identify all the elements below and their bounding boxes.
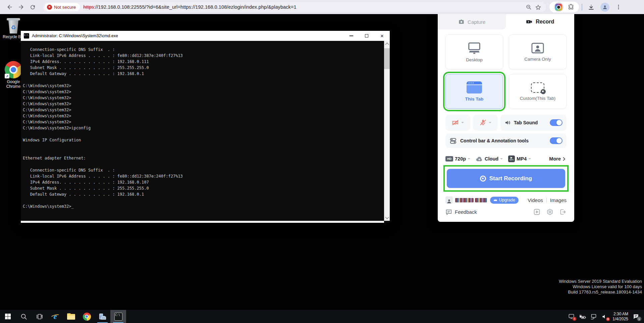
cmd-scrollbar[interactable]	[384, 41, 390, 221]
taskbar-search-button[interactable]	[16, 310, 32, 323]
quality-value: 720p	[455, 156, 466, 162]
links-divider	[546, 197, 547, 203]
scrollbar-thumb[interactable]	[384, 48, 390, 69]
extensions-area	[549, 2, 579, 12]
storage-dropdown[interactable]: Cloud	[476, 156, 503, 162]
camera-icon	[458, 19, 465, 25]
taskbar-internet-explorer[interactable]: e	[47, 310, 63, 323]
screen-recorder-extension-button[interactable]	[554, 2, 564, 12]
format-dropdown[interactable]: ▶MP4 MP4	[508, 155, 531, 162]
mode-card-custom-this-tab[interactable]: Custom(This Tab)	[509, 74, 567, 109]
cmd-horizontal-scrollbar[interactable]	[21, 221, 384, 223]
upgrade-label: Upgrade	[499, 198, 515, 202]
videos-link[interactable]: Videos	[528, 197, 543, 203]
tray-volume-muted[interactable]: ✕	[601, 313, 608, 320]
address-bar[interactable]: ✕ Not secure https://192.168.0.108:22555…	[43, 2, 546, 12]
control-bar-label: Control bar & Annotation tools	[460, 138, 529, 143]
chevron-down-icon	[461, 122, 464, 125]
chrome-logo-icon: ↗	[5, 61, 22, 78]
quality-dropdown[interactable]: HD 720p	[445, 156, 470, 162]
kebab-menu-icon	[615, 4, 622, 10]
taskbar-server-manager-running[interactable]	[95, 310, 110, 323]
microphone-off-dropdown[interactable]	[473, 115, 498, 131]
windows-logo-icon	[5, 314, 11, 319]
url-text[interactable]: https://192.168.0.108:22555/?id=6&site_u…	[83, 4, 296, 10]
tab-sound-toggle[interactable]	[550, 119, 562, 126]
action-center-button[interactable]: 1	[633, 313, 639, 320]
webcam-off-dropdown[interactable]	[445, 115, 470, 131]
browser-menu-button[interactable]	[613, 1, 624, 13]
mode-card-camera-only[interactable]: Camera Only	[509, 35, 567, 69]
control-bar-toggle[interactable]	[550, 137, 562, 144]
cmd-terminal-area[interactable]: Connection-specific DNS Suffix . : Link-…	[21, 41, 390, 223]
sign-out-icon[interactable]	[559, 208, 567, 215]
mute-badge-icon: ✕	[606, 317, 610, 321]
back-button[interactable]	[4, 1, 15, 13]
minimize-button[interactable]	[343, 31, 359, 41]
tray-recorder-alert[interactable]: !	[568, 313, 575, 320]
chrome-icon	[83, 313, 91, 321]
screen-recorder-extension-icon	[555, 4, 562, 11]
scroll-down-icon[interactable]	[385, 215, 389, 219]
mode-label: Custom(This Tab)	[520, 96, 555, 101]
tray-power-battery[interactable]	[579, 314, 586, 320]
watermark-line-3: Build 17763.rs5_release.180914-1434	[559, 289, 642, 295]
custom-region-icon	[531, 82, 544, 93]
start-recording-annotation-box: Start Recording	[443, 165, 569, 192]
more-label: More	[549, 156, 561, 162]
mode-card-desktop[interactable]: Desktop	[445, 35, 503, 69]
battery-plug-icon	[579, 314, 586, 320]
bookmark-button[interactable]	[533, 2, 543, 12]
clock-time: 2:30 AM	[612, 312, 628, 317]
upgrade-button[interactable]: Upgrade	[490, 197, 519, 204]
start-button[interactable]	[0, 310, 16, 323]
cloud-upload-icon	[476, 156, 483, 162]
star-icon	[535, 4, 541, 10]
close-button[interactable]: ✕	[374, 31, 390, 41]
search-icon	[20, 313, 28, 320]
crown-icon	[493, 198, 497, 202]
tab-sound-label: Tab Sound	[514, 120, 538, 125]
feedback-icon	[445, 209, 452, 215]
start-recording-button[interactable]: Start Recording	[447, 169, 565, 188]
watermark-line-1: Windows Server 2019 Standard Evaluation	[559, 279, 642, 284]
downloads-button[interactable]	[586, 1, 597, 13]
mp4-file-icon: ▶MP4	[508, 155, 515, 162]
feedback-button[interactable]: Feedback	[445, 209, 477, 215]
cmd-window-title: Administrator: C:\Windows\System32\cmd.e…	[32, 34, 118, 38]
extensions-puzzle-icon[interactable]	[568, 4, 574, 10]
zoom-out-icon	[526, 4, 532, 10]
more-button[interactable]: More	[549, 156, 567, 162]
chevron-down-icon	[500, 158, 503, 161]
zoom-button[interactable]	[524, 2, 533, 12]
recycle-bin-icon: ♻	[7, 18, 20, 34]
reload-button[interactable]	[27, 1, 38, 13]
maximize-button[interactable]	[359, 31, 374, 41]
taskbar: e C:\ ! ✕ 2:30 AM 1/4/2025	[0, 310, 644, 323]
taskbar-file-explorer[interactable]	[63, 310, 79, 323]
scroll-up-icon[interactable]	[385, 43, 389, 46]
tab-capture[interactable]: Capture	[438, 14, 506, 29]
forward-button[interactable]	[15, 1, 27, 13]
alert-badge-icon: !	[573, 317, 576, 321]
tray-network[interactable]	[590, 314, 597, 320]
video-library-icon[interactable]	[533, 208, 540, 215]
person-icon	[446, 198, 452, 204]
taskbar-chrome[interactable]	[79, 310, 95, 323]
tab-record[interactable]: Record	[506, 14, 575, 29]
taskbar-clock[interactable]: 2:30 AM 1/4/2025	[612, 312, 628, 322]
record-dot-icon	[480, 176, 486, 182]
task-view-button[interactable]	[32, 310, 47, 323]
clock-date: 1/4/2025	[612, 317, 628, 322]
images-link[interactable]: Images	[550, 197, 567, 203]
mode-card-this-tab-selected[interactable]: This Tab	[445, 74, 503, 109]
cmd-titlebar[interactable]: C:\ Administrator: C:\Windows\System32\c…	[21, 31, 390, 41]
feedback-label: Feedback	[455, 209, 477, 215]
taskbar-cmd-active[interactable]: C:\	[110, 310, 126, 323]
not-secure-icon: ✕	[47, 5, 52, 10]
chevron-down-icon	[468, 158, 470, 161]
profile-button[interactable]	[600, 3, 609, 12]
watermark-line-2: Windows License valid for 100 days	[559, 284, 642, 289]
settings-gear-icon[interactable]	[546, 208, 553, 215]
not-secure-chip[interactable]: ✕ Not secure	[45, 3, 80, 11]
